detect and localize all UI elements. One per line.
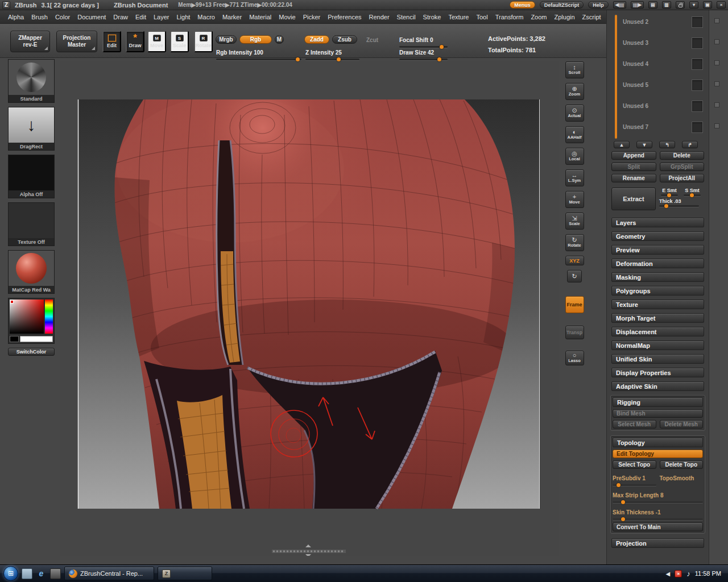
tool-section-header[interactable]: Displacement: [611, 327, 704, 336]
delete-button[interactable]: Delete: [660, 151, 705, 160]
canvas-shelf-button[interactable]: Frame: [565, 296, 584, 313]
tool-slot-thumbnail[interactable]: [692, 80, 703, 91]
material-thumbnail[interactable]: [9, 251, 54, 286]
append-button[interactable]: Append: [611, 151, 656, 160]
hue-strip[interactable]: [45, 300, 53, 334]
draw-mode-button[interactable]: * Draw: [126, 31, 144, 52]
menu-item[interactable]: Color: [55, 14, 70, 20]
canvas-shelf-button[interactable]: + Move: [565, 191, 584, 208]
topology-section-header[interactable]: Topology: [613, 438, 703, 447]
tool-up-icon[interactable]: ▲: [614, 141, 630, 148]
tool-section-header[interactable]: Preview: [611, 245, 704, 255]
minimize-button[interactable]: ▾: [689, 1, 698, 9]
document-canvas[interactable]: [60, 61, 559, 556]
draw-size-slider[interactable]: Draw Size 42: [399, 47, 448, 60]
slot-marker[interactable]: [714, 123, 719, 128]
delete-mesh-button[interactable]: Delete Mesh: [660, 420, 704, 429]
presubdiv-slider[interactable]: PreSubdiv 1: [613, 472, 656, 486]
rename-button[interactable]: Rename: [611, 174, 656, 182]
canvas-shelf-button[interactable]: ⇲ Scale: [565, 213, 584, 230]
canvas-shelf-button[interactable]: ⊕ Zoom: [565, 83, 584, 100]
max-strip-length-slider[interactable]: Max Strip Length 8: [613, 489, 703, 503]
menu-item[interactable]: Macro: [197, 14, 215, 20]
current-texture[interactable]: Texture Off: [8, 202, 55, 246]
toposmooth-toggle[interactable]: TopoSmooth: [660, 472, 704, 486]
brush-thumbnail[interactable]: [9, 60, 54, 95]
zmapper-button[interactable]: ZMapper rev-E: [10, 31, 50, 52]
skin-thickness-slider[interactable]: Skin Thickness -1: [613, 506, 703, 520]
quick-launch-icon[interactable]: [50, 568, 61, 579]
slot-marker[interactable]: [714, 81, 719, 86]
menu-item[interactable]: Render: [369, 14, 390, 20]
tool-slot[interactable]: Unused 6: [607, 95, 709, 117]
menus-button[interactable]: Menus: [510, 1, 535, 9]
zsub-button[interactable]: Zsub: [332, 35, 357, 44]
tool-section-header[interactable]: NormalMap: [611, 340, 704, 350]
tool-slot[interactable]: Unused 7: [607, 117, 709, 138]
show-desktop-icon[interactable]: [22, 568, 32, 579]
slider-knob[interactable]: [690, 193, 694, 197]
menu-item[interactable]: Marker: [222, 14, 242, 20]
menu-item[interactable]: Alpha: [8, 14, 24, 20]
menu-item[interactable]: Edit: [135, 14, 146, 20]
slider-knob[interactable]: [296, 57, 300, 61]
s-smt-slider[interactable]: S Smt: [682, 188, 702, 196]
menu-item[interactable]: Light: [177, 14, 191, 20]
menu-item[interactable]: Layer: [154, 14, 169, 20]
rgb-button[interactable]: Rgb: [239, 35, 272, 44]
current-stroke[interactable]: ↓ DragRect: [8, 107, 55, 151]
tool-section-header[interactable]: Unified Skin: [611, 354, 704, 364]
slot-marker[interactable]: [714, 18, 719, 23]
texture-thumbnail[interactable]: [9, 203, 54, 238]
menu-item[interactable]: Stroke: [423, 14, 441, 20]
edit-mode-button[interactable]: Edit: [102, 31, 121, 52]
secondary-color-swatch[interactable]: [10, 336, 19, 342]
tool-down-icon[interactable]: ▼: [636, 141, 652, 148]
tool-section-header[interactable]: Morph Target: [611, 313, 704, 323]
thick-slider[interactable]: Thick .03: [659, 198, 702, 207]
tool-section-header[interactable]: Masking: [611, 272, 704, 282]
tool-slot[interactable]: Unused 4: [607, 53, 709, 74]
move-mode-button[interactable]: M Move: [147, 31, 166, 52]
canvas-shelf-button[interactable]: ◐ AAHalf: [565, 126, 584, 143]
canvas-shelf-button[interactable]: Transp: [565, 326, 584, 339]
stroke-thumbnail[interactable]: ↓: [9, 107, 54, 143]
help-button[interactable]: Help: [588, 1, 609, 9]
menu-item[interactable]: Brush: [31, 14, 48, 20]
canvas-shelf-button[interactable]: ◎ Local: [565, 148, 584, 165]
tray-expand-icon[interactable]: ◀: [666, 571, 671, 577]
close-button[interactable]: ×: [717, 1, 726, 9]
slider-knob[interactable]: [337, 57, 341, 61]
menu-item[interactable]: Preferences: [328, 14, 361, 20]
tool-section-header[interactable]: Adaptive Skin: [611, 381, 704, 391]
focal-shift-slider[interactable]: Focal Shift 0: [399, 34, 448, 48]
tool-slot-thumbnail[interactable]: [692, 38, 703, 49]
menu-item[interactable]: Draw: [113, 14, 128, 20]
tool-slot-thumbnail[interactable]: [692, 122, 703, 133]
tool-section-header[interactable]: Polygroups: [611, 286, 704, 296]
tool-slot-thumbnail[interactable]: [692, 16, 703, 28]
slider-knob[interactable]: [621, 517, 625, 521]
slider-knob[interactable]: [664, 204, 668, 208]
menu-item[interactable]: Document: [77, 14, 106, 20]
delete-topo-button[interactable]: Delete Topo: [660, 460, 704, 469]
edit-topology-button[interactable]: Edit Topology: [613, 450, 703, 458]
tool-slot[interactable]: Unused 3: [607, 32, 709, 53]
menu-item[interactable]: Texture: [448, 14, 469, 20]
select-topo-button[interactable]: Select Topo: [613, 460, 656, 469]
menu-item[interactable]: Zoom: [531, 14, 547, 20]
tool-section-header[interactable]: Display Properties: [611, 368, 704, 377]
start-button[interactable]: ⊞: [3, 566, 18, 581]
internet-explorer-icon[interactable]: e: [36, 568, 47, 579]
projection-section-header[interactable]: Projection: [611, 538, 704, 548]
tool-section-header[interactable]: Layers: [611, 218, 704, 227]
menu-item[interactable]: Picker: [303, 14, 321, 20]
canvas-shelf-button[interactable]: XYZ: [565, 256, 584, 265]
slider-knob[interactable]: [667, 193, 671, 197]
convert-to-main-button[interactable]: Convert To Main: [613, 522, 703, 531]
extract-button[interactable]: Extract: [611, 188, 656, 210]
canvas-shelf-button[interactable]: ⊙ Actual: [565, 105, 584, 122]
m-button[interactable]: M: [275, 35, 284, 44]
tool-slot-thumbnail[interactable]: [692, 101, 703, 112]
canvas-shelf-button[interactable]: ↕ Scroll: [565, 61, 584, 78]
